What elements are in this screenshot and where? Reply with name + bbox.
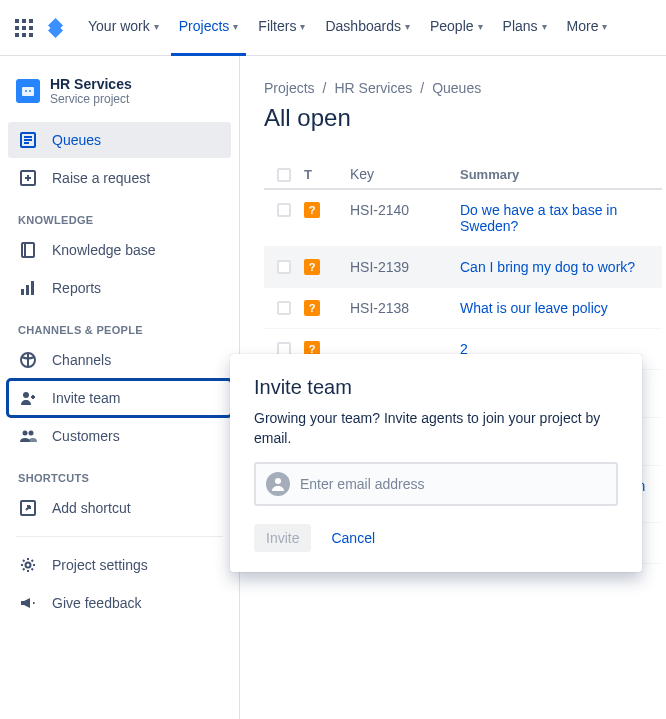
modal-description: Growing your team? Invite agents to join… [254, 409, 618, 448]
breadcrumb-separator: / [420, 80, 424, 96]
sidebar-item-project-settings[interactable]: Project settings [8, 547, 231, 583]
svg-point-32 [26, 563, 31, 568]
issue-type-icon: ? [304, 259, 320, 275]
page-title: All open [264, 104, 662, 132]
chevron-down-icon: ▾ [300, 21, 305, 32]
row-checkbox[interactable] [277, 260, 291, 274]
invite-button[interactable]: Invite [254, 524, 311, 552]
nav-label: Plans [503, 18, 538, 34]
sidebar: HR Services Service project Queues Raise… [0, 56, 240, 719]
column-header-summary[interactable]: Summary [460, 167, 662, 182]
chevron-down-icon: ▾ [154, 21, 159, 32]
chevron-down-icon: ▾ [478, 21, 483, 32]
nav-plans[interactable]: Plans▾ [495, 0, 555, 56]
row-checkbox[interactable] [277, 203, 291, 217]
svg-rect-2 [29, 19, 33, 23]
megaphone-icon [18, 593, 38, 613]
email-input-wrapper[interactable] [254, 462, 618, 506]
sidebar-item-invite-team[interactable]: Invite team [8, 380, 231, 416]
sidebar-label: Give feedback [52, 595, 142, 611]
table-row[interactable]: ? HSI-2140 Do we have a tax base in Swed… [264, 190, 662, 247]
table-row[interactable]: ? HSI-2138 What is our leave policy [264, 288, 662, 329]
select-all-checkbox[interactable] [277, 168, 291, 182]
sidebar-item-knowledge-base[interactable]: Knowledge base [8, 232, 231, 268]
table-header: T Key Summary [264, 160, 662, 190]
svg-rect-7 [22, 33, 26, 37]
project-header: HR Services Service project [8, 76, 231, 122]
sidebar-label: Add shortcut [52, 500, 131, 516]
nav-filters[interactable]: Filters▾ [250, 0, 313, 56]
issue-type-icon: ? [304, 202, 320, 218]
breadcrumb-project[interactable]: HR Services [334, 80, 412, 96]
svg-rect-23 [31, 281, 34, 295]
sidebar-heading-channels: CHANNELS & PEOPLE [8, 308, 231, 342]
invite-team-modal: Invite team Growing your team? Invite ag… [230, 354, 642, 572]
email-input[interactable] [300, 476, 606, 492]
sidebar-heading-shortcuts: SHORTCUTS [8, 456, 231, 490]
project-avatar-icon [16, 79, 40, 103]
sidebar-label: Reports [52, 280, 101, 296]
sidebar-item-raise-request[interactable]: Raise a request [8, 160, 231, 196]
modal-title: Invite team [254, 376, 618, 399]
svg-rect-19 [22, 243, 34, 257]
svg-rect-0 [15, 19, 19, 23]
svg-rect-3 [15, 26, 19, 30]
sidebar-heading-knowledge: KNOWLEDGE [8, 198, 231, 232]
breadcrumb-projects[interactable]: Projects [264, 80, 315, 96]
sidebar-item-customers[interactable]: Customers [8, 418, 231, 454]
column-header-type[interactable]: T [304, 167, 350, 182]
nav-more[interactable]: More▾ [559, 0, 616, 56]
gear-icon [18, 555, 38, 575]
modal-actions: Invite Cancel [254, 524, 618, 552]
nav-label: Filters [258, 18, 296, 34]
sidebar-label: Raise a request [52, 170, 150, 186]
issue-summary-link[interactable]: Can I bring my dog to work? [460, 259, 635, 275]
svg-rect-9 [22, 87, 34, 96]
sidebar-label: Channels [52, 352, 111, 368]
nav-your-work[interactable]: Your work▾ [80, 0, 167, 56]
nav-people[interactable]: People▾ [422, 0, 491, 56]
row-checkbox[interactable] [277, 301, 291, 315]
column-header-key[interactable]: Key [350, 166, 460, 182]
issue-summary-link[interactable]: Do we have a tax base in Sweden? [460, 202, 617, 234]
project-name: HR Services [50, 76, 132, 92]
divider [16, 536, 223, 537]
app-switcher-icon[interactable] [12, 16, 36, 40]
breadcrumb-separator: / [323, 80, 327, 96]
sidebar-label: Customers [52, 428, 120, 444]
svg-point-33 [275, 478, 281, 484]
nav-dashboards[interactable]: Dashboards▾ [317, 0, 418, 56]
breadcrumb-queues[interactable]: Queues [432, 80, 481, 96]
chevron-down-icon: ▾ [405, 21, 410, 32]
cancel-button[interactable]: Cancel [319, 524, 387, 552]
sidebar-item-reports[interactable]: Reports [8, 270, 231, 306]
table-row[interactable]: ? HSI-2139 Can I bring my dog to work? [264, 247, 662, 288]
book-icon [18, 240, 38, 260]
svg-rect-5 [29, 26, 33, 30]
sidebar-item-give-feedback[interactable]: Give feedback [8, 585, 231, 621]
plus-box-icon [18, 168, 38, 188]
sidebar-label: Invite team [52, 390, 120, 406]
issue-summary-link[interactable]: What is our leave policy [460, 300, 608, 316]
queues-icon [18, 130, 38, 150]
issue-key[interactable]: HSI-2139 [350, 259, 460, 275]
issue-key[interactable]: HSI-2140 [350, 202, 460, 218]
svg-rect-21 [21, 289, 24, 295]
sidebar-label: Project settings [52, 557, 148, 573]
chevron-down-icon: ▾ [233, 21, 238, 32]
person-icon [266, 472, 290, 496]
svg-point-30 [29, 431, 34, 436]
svg-rect-1 [22, 19, 26, 23]
jira-logo-icon[interactable] [44, 16, 68, 40]
svg-rect-6 [15, 33, 19, 37]
svg-point-11 [29, 90, 31, 92]
nav-projects[interactable]: Projects▾ [171, 0, 247, 56]
issue-key[interactable]: HSI-2138 [350, 300, 460, 316]
sidebar-item-add-shortcut[interactable]: Add shortcut [8, 490, 231, 526]
breadcrumbs: Projects / HR Services / Queues [264, 80, 662, 96]
svg-point-29 [23, 431, 28, 436]
sidebar-item-channels[interactable]: Channels [8, 342, 231, 378]
chart-icon [18, 278, 38, 298]
chevron-down-icon: ▾ [542, 21, 547, 32]
sidebar-item-queues[interactable]: Queues [8, 122, 231, 158]
